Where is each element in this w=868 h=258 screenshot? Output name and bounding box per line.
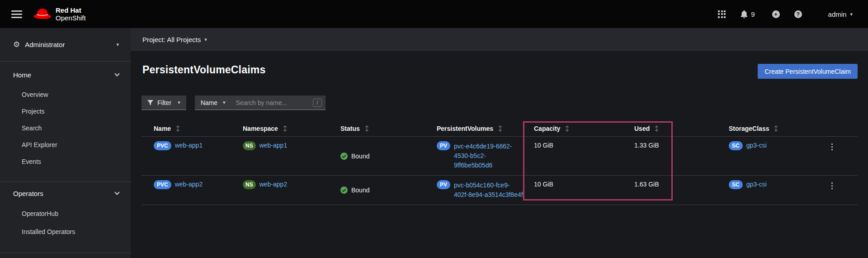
sidebar-item-api-explorer[interactable]: API Explorer [0,136,131,153]
sidebar-item-projects[interactable]: Projects [0,103,131,119]
import-yaml-button[interactable]: + [772,10,780,18]
pvc-name-cell: PVC web-app1 [142,137,243,175]
pvc-link[interactable]: web-app2 [175,181,203,188]
namespace-badge: NS [243,141,256,150]
column-header-capacity: Capacity [534,125,634,132]
sidebar-section-workloads[interactable]: Workloads [0,254,131,258]
sidebar-item-events[interactable]: Events [0,153,131,170]
openshift-console: { "masthead": { "brand_line1": "Red Hat"… [0,0,868,258]
chevron-down-icon [114,71,119,76]
sort-icon[interactable] [774,125,778,132]
sort-icon[interactable] [565,125,569,132]
gear-icon: ⚙ [13,40,20,49]
filter-toolbar: Filter ▾ Name ▾ / [142,96,326,110]
sidebar-item-search[interactable]: Search [0,119,131,136]
caret-down-icon: ▾ [116,42,119,47]
sort-icon[interactable] [176,125,180,132]
main-area: Project: All Projects ▾ PersistentVolume… [131,28,868,258]
sidebar-item-overview[interactable]: Overview [0,86,131,103]
sc-badge: SC [729,180,743,189]
project-selector[interactable]: Project: All Projects ▾ [142,36,207,43]
sc-link[interactable]: gp3-csi [746,181,767,188]
pv-cell: PV pvc-b054c160-fce9- 402f-8e94-a3514c3f… [437,176,534,205]
status-text: Bound [351,186,369,194]
sc-badge: SC [729,141,743,150]
row-actions-cell [829,137,860,175]
nav-toggle-icon[interactable] [11,9,22,20]
search-box: / [231,96,326,110]
filter-type-dropdown[interactable]: Name ▾ [195,96,231,110]
namespace-cell: NS web-app2 [243,176,340,205]
sort-icon[interactable] [655,125,659,132]
namespace-link[interactable]: web-app1 [259,142,288,149]
caret-down-icon: ▾ [204,37,207,42]
storageclass-cell: SC gp3-csi [729,176,829,205]
status-cell: Bound [340,137,437,175]
namespace-link[interactable]: web-app2 [259,181,288,188]
create-pvc-button[interactable]: Create PersistentVolumeClaim [758,64,858,79]
table-row: PVC web-app1 NS web-app1 Bound PV [142,137,858,176]
sort-icon[interactable] [365,125,369,132]
sidebar-group-workloads: Workloads [0,253,131,258]
pvc-badge: PVC [154,141,171,150]
caret-down-icon: ▾ [178,100,180,105]
table-row: PVC web-app2 NS web-app2 Bound PV [142,176,858,205]
column-header-namespace: Namespace [243,125,340,132]
perspective-switcher[interactable]: ⚙ Administrator ▾ [0,28,131,62]
sidebar-nav: ⚙ Administrator ▾ Home Overview Projects… [0,28,131,258]
pv-link[interactable]: pvc-e4c6de19-6862- 4530-b5c2- 9ff6be5b05… [454,142,512,170]
question-circle-icon: ? [794,10,802,18]
app-launcher-icon[interactable] [718,10,726,18]
brand-product: OpenShift [56,14,86,22]
brand-name: Red Hat [56,6,86,14]
check-circle-icon [340,186,348,194]
sidebar-section-home[interactable]: Home [0,65,131,85]
sidebar-section-operators[interactable]: Operators [0,183,131,203]
user-name: admin [828,10,847,18]
namespace-cell: NS web-app1 [243,137,340,175]
page-content: PersistentVolumeClaims Create Persistent… [131,52,868,258]
perspective-label: Administrator [25,41,65,48]
notifications-button[interactable]: 9 [741,10,755,19]
filter-type-label: Name [201,99,217,106]
section-label: Home [13,71,31,79]
sidebar-item-installed-operators[interactable]: Installed Operators [0,223,131,241]
sidebar-group-operators: Operators OperatorHub Installed Operator… [0,182,131,244]
pv-badge: PV [437,141,450,150]
plus-circle-icon: + [772,10,780,18]
table-header-row: Name Namespace Status [142,120,858,137]
sidebar-group-home: Home Overview Projects Search API Explor… [0,62,131,172]
pvc-table: Name Namespace Status [142,120,858,205]
storageclass-cell: SC gp3-csi [729,137,829,175]
kebab-menu-icon[interactable] [829,142,835,170]
column-header-storageclass: StorageClass [729,125,829,132]
namespace-badge: NS [243,180,256,189]
used-cell: 1.33 GiB [634,137,729,175]
used-cell: 1.63 GiB [634,176,729,205]
column-header-persistentvolumes: PersistentVolumes [437,125,534,132]
pv-badge: PV [437,180,450,189]
column-header-name: Name [142,125,243,132]
pv-cell: PV pvc-e4c6de19-6862- 4530-b5c2- 9ff6be5… [437,137,534,175]
pvc-name-cell: PVC web-app2 [142,176,243,205]
project-bar: Project: All Projects ▾ [131,28,868,52]
user-menu[interactable]: admin ▾ [828,10,853,18]
kebab-menu-icon[interactable] [829,181,835,200]
search-input[interactable] [236,99,311,106]
caret-down-icon: ▾ [223,100,226,105]
sort-icon[interactable] [283,125,287,132]
pvc-link[interactable]: web-app1 [175,142,203,149]
help-button[interactable]: ? [794,10,802,18]
filter-icon [147,100,153,105]
caret-down-icon: ▾ [850,12,853,17]
filter-dropdown[interactable]: Filter ▾ [142,96,186,110]
sidebar-item-operatorhub[interactable]: OperatorHub [0,205,131,223]
sort-icon[interactable] [498,125,502,132]
pvc-badge: PVC [154,180,171,189]
pv-link[interactable]: pvc-b054c160-fce9- 402f-8e94-a3514c3f8e4… [454,181,523,200]
section-label: Operators [13,190,43,197]
page-title: PersistentVolumeClaims [142,64,265,76]
check-circle-icon [340,153,348,160]
redhat-fedora-icon [32,6,53,22]
sc-link[interactable]: gp3-csi [746,142,767,149]
